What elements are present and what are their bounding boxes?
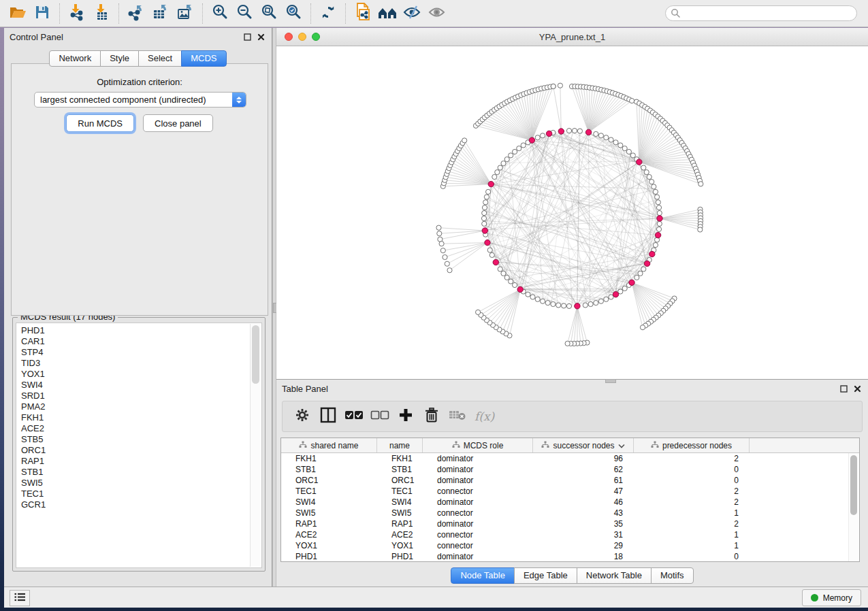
mcds-result-item[interactable]: STB5 [21, 434, 261, 445]
mcds-result-item[interactable]: TID3 [21, 358, 261, 369]
delete-column-button[interactable] [419, 405, 445, 428]
deselect-all-rows-button[interactable] [367, 405, 393, 428]
close-panel-icon[interactable] [852, 383, 863, 394]
first-neighbors-button[interactable] [375, 3, 400, 24]
table-row-stb1[interactable]: STB1STB1dominator620 [281, 464, 859, 475]
column-header-predecessor-nodes[interactable]: predecessor nodes [634, 438, 750, 452]
mcds-result-item[interactable]: SWI5 [21, 478, 261, 489]
tab-select[interactable]: Select [138, 50, 182, 67]
search-input[interactable] [665, 5, 857, 21]
close-panel-icon[interactable] [255, 31, 266, 42]
zoom-out-button[interactable] [232, 3, 257, 24]
column-header-shared-name[interactable]: shared name [281, 438, 377, 452]
network-window-titlebar: YPA_prune.txt_1 [276, 28, 868, 46]
table-row-fkh1[interactable]: FKH1FKH1dominator962 [281, 453, 859, 464]
network-canvas[interactable] [276, 46, 868, 379]
task-history-button[interactable] [10, 590, 30, 606]
close-panel-button[interactable]: Close panel [143, 114, 213, 132]
column-header-successor-nodes[interactable]: successor nodes [533, 438, 634, 452]
run-mcds-button[interactable]: Run MCDS [66, 114, 134, 132]
cell-mcds-role: dominator [423, 519, 533, 529]
table-panel-header: Table Panel [276, 380, 868, 397]
float-panel-icon[interactable] [838, 383, 849, 394]
window-minimize-button[interactable] [298, 33, 306, 41]
window-zoom-button[interactable] [312, 33, 320, 41]
mcds-result-item[interactable]: ACE2 [21, 423, 261, 434]
export-table-button[interactable] [148, 3, 173, 24]
refresh-view-button[interactable] [316, 3, 340, 24]
cell-name: PHD1 [377, 552, 423, 561]
control-panel-title: Control Panel [10, 32, 63, 42]
scrollbar-thumb[interactable] [252, 325, 259, 384]
import-table-button[interactable] [89, 3, 114, 24]
tab-network-table[interactable]: Network Table [577, 567, 652, 584]
mcds-result-item[interactable]: TEC1 [21, 489, 261, 499]
tab-edge-table[interactable]: Edge Table [514, 567, 577, 584]
mcds-result-item[interactable]: ORC1 [21, 445, 261, 456]
export-image-button[interactable] [173, 3, 197, 24]
mcds-result-item[interactable]: PHD1 [21, 325, 261, 336]
table-row-swi5[interactable]: SWI5SWI5connector431 [281, 508, 859, 518]
cell-successor-nodes: 96 [533, 454, 634, 463]
mcds-list-scrollbar[interactable] [250, 324, 261, 567]
mcds-result-item[interactable]: YOX1 [21, 369, 261, 380]
mcds-result-item[interactable]: PMA2 [21, 401, 261, 412]
tab-node-table[interactable]: Node Table [451, 567, 515, 584]
mcds-result-item[interactable]: SRD1 [21, 391, 261, 401]
mcds-result-item[interactable]: STP4 [21, 347, 261, 358]
table-row-orc1[interactable]: ORC1ORC1dominator610 [281, 475, 859, 486]
shared-column-icon [541, 441, 549, 450]
network-file-button[interactable] [351, 3, 375, 24]
horizontal-splitter-handle[interactable] [605, 379, 616, 383]
mcds-result-item[interactable]: RAP1 [21, 456, 261, 467]
mcds-result-item[interactable]: CAR1 [21, 336, 261, 347]
float-panel-icon[interactable] [242, 31, 253, 42]
scrollbar-thumb[interactable] [850, 455, 857, 515]
column-header-name[interactable]: name [377, 438, 423, 452]
table-row-tec1[interactable]: TEC1TEC1connector472 [281, 486, 859, 497]
delete-table-button-disabled[interactable] [445, 405, 470, 428]
column-header-mcds-role[interactable]: MCDS role [423, 438, 533, 452]
cell-shared-name: TEC1 [281, 486, 377, 496]
mcds-result-item[interactable]: GCR1 [21, 499, 261, 510]
cell-predecessor-nodes: 0 [634, 552, 750, 561]
function-builder-button[interactable]: f(x) [475, 410, 494, 423]
zoom-in-button[interactable] [208, 3, 232, 24]
network-graph [276, 46, 868, 379]
show-all-button[interactable] [424, 3, 449, 24]
tab-motifs[interactable]: Motifs [651, 567, 694, 584]
mcds-result-item[interactable]: FKH1 [21, 412, 261, 423]
export-table-icon [152, 3, 170, 24]
cell-successor-nodes: 43 [533, 508, 634, 518]
zoom-fit-button[interactable] [257, 3, 281, 24]
import-network-button[interactable] [65, 3, 89, 24]
window-close-button[interactable] [285, 33, 293, 41]
tab-network[interactable]: Network [49, 50, 101, 67]
table-row-phd1[interactable]: PHD1PHD1dominator180 [281, 551, 859, 562]
export-network-button[interactable] [124, 3, 148, 24]
table-row-swi4[interactable]: SWI4SWI4dominator462 [281, 497, 859, 508]
table-scrollbar[interactable] [848, 453, 858, 562]
cell-mcds-role: connector [423, 530, 533, 540]
tab-style[interactable]: Style [100, 50, 139, 67]
optimization-criterion-select[interactable]: largest connected component (undirected) [34, 92, 246, 108]
add-column-button[interactable] [393, 405, 419, 428]
toolbar-separator [202, 3, 203, 24]
export-image-icon [176, 3, 194, 24]
mcds-result-item[interactable]: SWI4 [21, 380, 261, 391]
show-columns-button[interactable] [315, 405, 341, 428]
table-row-ace2[interactable]: ACE2ACE2connector311 [281, 529, 859, 540]
memory-button[interactable]: Memory [802, 589, 861, 606]
table-settings-button[interactable] [289, 405, 315, 428]
hide-selected-button[interactable] [400, 3, 424, 24]
tab-mcds[interactable]: MCDS [181, 50, 226, 67]
open-file-button[interactable] [5, 3, 30, 24]
mcds-result-list[interactable]: PHD1CAR1STP4TID3YOX1SWI4SRD1PMA2FKH1ACE2… [16, 323, 262, 568]
table-row-rap1[interactable]: RAP1RAP1dominator352 [281, 518, 859, 529]
shared-column-icon [299, 441, 307, 450]
mcds-result-item[interactable]: STB1 [21, 467, 261, 478]
save-session-button[interactable] [30, 3, 54, 24]
zoom-selected-button[interactable] [281, 3, 306, 24]
table-row-yox1[interactable]: YOX1YOX1connector291 [281, 540, 859, 551]
select-all-rows-button[interactable] [341, 405, 367, 428]
